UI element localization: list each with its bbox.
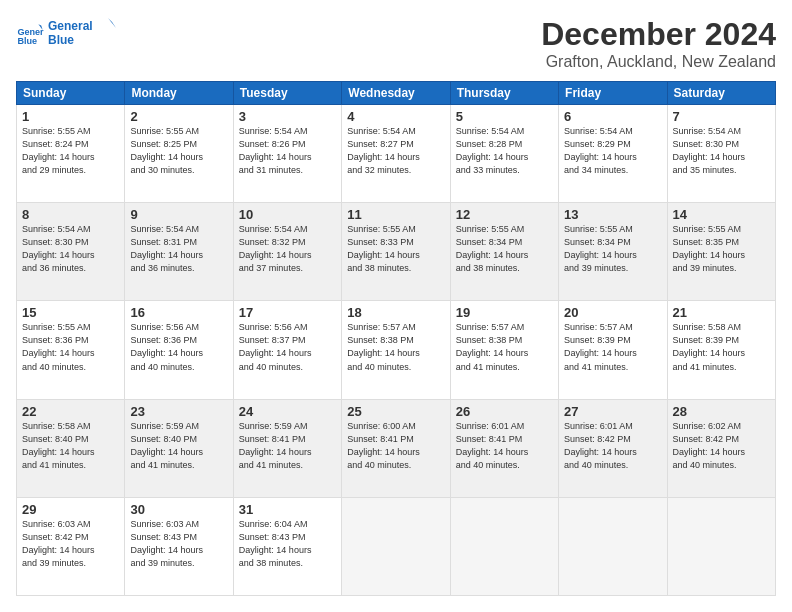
day-number: 2 [130,109,227,124]
day-info: Sunrise: 6:03 AM Sunset: 8:42 PM Dayligh… [22,518,119,570]
table-row: 9Sunrise: 5:54 AM Sunset: 8:31 PM Daylig… [125,203,233,301]
day-info: Sunrise: 5:54 AM Sunset: 8:26 PM Dayligh… [239,125,336,177]
day-number: 26 [456,404,553,419]
day-number: 23 [130,404,227,419]
svg-text:Blue: Blue [17,36,37,46]
svg-text:Blue: Blue [48,33,74,47]
day-info: Sunrise: 5:57 AM Sunset: 8:39 PM Dayligh… [564,321,661,373]
svg-text:General: General [48,19,93,33]
day-info: Sunrise: 5:55 AM Sunset: 8:35 PM Dayligh… [673,223,770,275]
table-row: 10Sunrise: 5:54 AM Sunset: 8:32 PM Dayli… [233,203,341,301]
table-row: 15Sunrise: 5:55 AM Sunset: 8:36 PM Dayli… [17,301,125,399]
day-info: Sunrise: 5:58 AM Sunset: 8:40 PM Dayligh… [22,420,119,472]
day-number: 4 [347,109,444,124]
day-info: Sunrise: 6:01 AM Sunset: 8:42 PM Dayligh… [564,420,661,472]
day-info: Sunrise: 5:54 AM Sunset: 8:32 PM Dayligh… [239,223,336,275]
table-row: 22Sunrise: 5:58 AM Sunset: 8:40 PM Dayli… [17,399,125,497]
table-row [342,497,450,595]
day-info: Sunrise: 5:54 AM Sunset: 8:28 PM Dayligh… [456,125,553,177]
table-row [559,497,667,595]
day-info: Sunrise: 5:56 AM Sunset: 8:37 PM Dayligh… [239,321,336,373]
col-saturday: Saturday [667,82,775,105]
table-row: 31Sunrise: 6:04 AM Sunset: 8:43 PM Dayli… [233,497,341,595]
table-row: 7Sunrise: 5:54 AM Sunset: 8:30 PM Daylig… [667,105,775,203]
table-row: 27Sunrise: 6:01 AM Sunset: 8:42 PM Dayli… [559,399,667,497]
day-info: Sunrise: 5:55 AM Sunset: 8:36 PM Dayligh… [22,321,119,373]
day-number: 11 [347,207,444,222]
main-title: December 2024 [541,16,776,53]
calendar-table: Sunday Monday Tuesday Wednesday Thursday… [16,81,776,596]
table-row: 26Sunrise: 6:01 AM Sunset: 8:41 PM Dayli… [450,399,558,497]
page: General Blue General Blue December 2024 … [0,0,792,612]
table-row: 25Sunrise: 6:00 AM Sunset: 8:41 PM Dayli… [342,399,450,497]
day-info: Sunrise: 6:01 AM Sunset: 8:41 PM Dayligh… [456,420,553,472]
day-info: Sunrise: 5:54 AM Sunset: 8:27 PM Dayligh… [347,125,444,177]
table-row: 14Sunrise: 5:55 AM Sunset: 8:35 PM Dayli… [667,203,775,301]
day-info: Sunrise: 5:55 AM Sunset: 8:34 PM Dayligh… [456,223,553,275]
day-number: 19 [456,305,553,320]
table-row: 1Sunrise: 5:55 AM Sunset: 8:24 PM Daylig… [17,105,125,203]
title-area: December 2024 Grafton, Auckland, New Zea… [541,16,776,71]
day-number: 20 [564,305,661,320]
col-friday: Friday [559,82,667,105]
day-info: Sunrise: 5:54 AM Sunset: 8:31 PM Dayligh… [130,223,227,275]
table-row: 2Sunrise: 5:55 AM Sunset: 8:25 PM Daylig… [125,105,233,203]
col-sunday: Sunday [17,82,125,105]
svg-marker-7 [108,18,116,28]
day-number: 18 [347,305,444,320]
table-row: 12Sunrise: 5:55 AM Sunset: 8:34 PM Dayli… [450,203,558,301]
day-number: 9 [130,207,227,222]
day-number: 3 [239,109,336,124]
day-info: Sunrise: 5:55 AM Sunset: 8:34 PM Dayligh… [564,223,661,275]
table-row: 20Sunrise: 5:57 AM Sunset: 8:39 PM Dayli… [559,301,667,399]
day-info: Sunrise: 5:59 AM Sunset: 8:40 PM Dayligh… [130,420,227,472]
day-number: 27 [564,404,661,419]
day-info: Sunrise: 5:55 AM Sunset: 8:25 PM Dayligh… [130,125,227,177]
table-row: 23Sunrise: 5:59 AM Sunset: 8:40 PM Dayli… [125,399,233,497]
col-thursday: Thursday [450,82,558,105]
day-info: Sunrise: 6:00 AM Sunset: 8:41 PM Dayligh… [347,420,444,472]
table-row: 19Sunrise: 5:57 AM Sunset: 8:38 PM Dayli… [450,301,558,399]
table-row: 21Sunrise: 5:58 AM Sunset: 8:39 PM Dayli… [667,301,775,399]
day-number: 14 [673,207,770,222]
day-number: 8 [22,207,119,222]
table-row: 29Sunrise: 6:03 AM Sunset: 8:42 PM Dayli… [17,497,125,595]
col-tuesday: Tuesday [233,82,341,105]
table-row: 3Sunrise: 5:54 AM Sunset: 8:26 PM Daylig… [233,105,341,203]
day-info: Sunrise: 6:03 AM Sunset: 8:43 PM Dayligh… [130,518,227,570]
table-row: 4Sunrise: 5:54 AM Sunset: 8:27 PM Daylig… [342,105,450,203]
day-info: Sunrise: 5:56 AM Sunset: 8:36 PM Dayligh… [130,321,227,373]
day-number: 30 [130,502,227,517]
calendar-row: 8Sunrise: 5:54 AM Sunset: 8:30 PM Daylig… [17,203,776,301]
day-info: Sunrise: 5:55 AM Sunset: 8:24 PM Dayligh… [22,125,119,177]
day-number: 6 [564,109,661,124]
table-row: 8Sunrise: 5:54 AM Sunset: 8:30 PM Daylig… [17,203,125,301]
table-row: 30Sunrise: 6:03 AM Sunset: 8:43 PM Dayli… [125,497,233,595]
col-wednesday: Wednesday [342,82,450,105]
day-info: Sunrise: 5:58 AM Sunset: 8:39 PM Dayligh… [673,321,770,373]
day-number: 10 [239,207,336,222]
day-number: 15 [22,305,119,320]
table-row [450,497,558,595]
day-info: Sunrise: 6:04 AM Sunset: 8:43 PM Dayligh… [239,518,336,570]
day-info: Sunrise: 5:54 AM Sunset: 8:29 PM Dayligh… [564,125,661,177]
calendar-row: 29Sunrise: 6:03 AM Sunset: 8:42 PM Dayli… [17,497,776,595]
table-row: 5Sunrise: 5:54 AM Sunset: 8:28 PM Daylig… [450,105,558,203]
day-number: 5 [456,109,553,124]
table-row: 11Sunrise: 5:55 AM Sunset: 8:33 PM Dayli… [342,203,450,301]
day-info: Sunrise: 5:57 AM Sunset: 8:38 PM Dayligh… [456,321,553,373]
table-row: 28Sunrise: 6:02 AM Sunset: 8:42 PM Dayli… [667,399,775,497]
header: General Blue General Blue December 2024 … [16,16,776,71]
day-info: Sunrise: 5:55 AM Sunset: 8:33 PM Dayligh… [347,223,444,275]
table-row: 13Sunrise: 5:55 AM Sunset: 8:34 PM Dayli… [559,203,667,301]
day-number: 31 [239,502,336,517]
day-number: 21 [673,305,770,320]
table-row: 16Sunrise: 5:56 AM Sunset: 8:36 PM Dayli… [125,301,233,399]
logo-icon: General Blue [16,20,44,48]
calendar-header-row: Sunday Monday Tuesday Wednesday Thursday… [17,82,776,105]
table-row: 24Sunrise: 5:59 AM Sunset: 8:41 PM Dayli… [233,399,341,497]
day-number: 25 [347,404,444,419]
day-info: Sunrise: 5:54 AM Sunset: 8:30 PM Dayligh… [673,125,770,177]
day-info: Sunrise: 5:54 AM Sunset: 8:30 PM Dayligh… [22,223,119,275]
day-number: 12 [456,207,553,222]
